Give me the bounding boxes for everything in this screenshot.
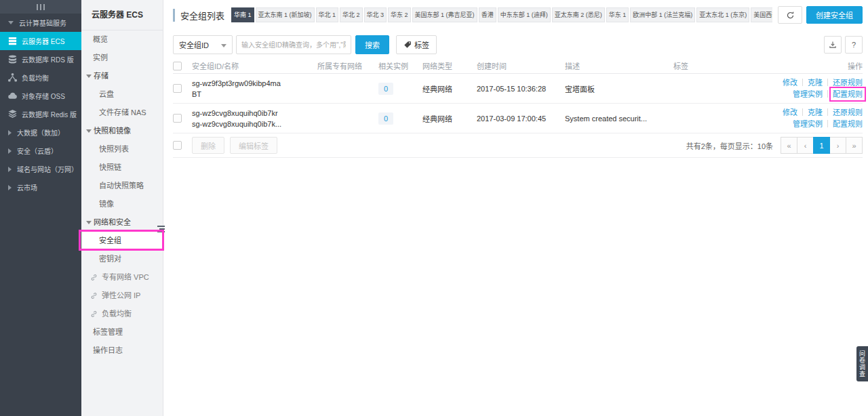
cell-network-type: 经典网络 bbox=[422, 83, 477, 94]
sidebar-item-disks[interactable]: 云盘 bbox=[81, 85, 163, 104]
region-tab-huabei-1[interactable]: 华北 1 bbox=[316, 7, 339, 22]
annotation-box-configure-rules: 配置规则 bbox=[833, 89, 863, 100]
restore-rules-link[interactable]: 还原规则 bbox=[833, 79, 863, 87]
security-group-id-wrap[interactable]: BT bbox=[192, 89, 317, 100]
configure-rules-link[interactable]: 配置规则 bbox=[833, 120, 863, 128]
sidebar-group-snapshots-images[interactable]: 快照和镜像 bbox=[81, 122, 163, 140]
chevron-down-icon bbox=[86, 75, 92, 78]
nav-group-bigdata[interactable]: 大数据（数加） bbox=[0, 123, 81, 142]
sidebar-item-operation-logs[interactable]: 操作日志 bbox=[81, 341, 163, 360]
pagination-first[interactable]: « bbox=[781, 137, 797, 154]
row-checkbox[interactable] bbox=[173, 84, 182, 93]
region-tab-virginia[interactable]: 美国东部 1 (弗吉尼亚) bbox=[412, 7, 477, 22]
nav-item-label: 云服务器 ECS bbox=[22, 36, 64, 46]
refresh-button[interactable] bbox=[778, 6, 802, 24]
region-tab-huadong-2[interactable]: 华东 2 bbox=[388, 7, 411, 22]
region-tab-silicon-valley[interactable]: 美国西部 1 (硅谷) bbox=[751, 7, 772, 22]
sidebar-group-storage[interactable]: 存储 bbox=[81, 67, 163, 85]
edit-tags-button[interactable]: 编辑标签 bbox=[230, 137, 277, 154]
server-icon bbox=[7, 36, 18, 47]
row-checkbox[interactable] bbox=[173, 114, 182, 123]
region-tab-tokyo[interactable]: 亚太东北 1 (东京) bbox=[696, 7, 749, 22]
sidebar-item-instances[interactable]: 实例 bbox=[81, 49, 163, 67]
primary-sidebar: 云计算基础服务 云服务器 ECS 云数据库 RDS 版 负载均衡 对象存储 OS… bbox=[0, 0, 81, 416]
configure-rules-link[interactable]: 配置规则 bbox=[833, 90, 863, 98]
modify-link[interactable]: 修改 bbox=[783, 79, 797, 87]
create-security-group-button[interactable]: 创建安全组 bbox=[806, 6, 863, 24]
nav-item-redis[interactable]: 云数据库 Redis 版 bbox=[0, 105, 81, 123]
sidebar-item-auto-snapshot-policy[interactable]: 自动快照策略 bbox=[81, 177, 163, 195]
sidebar-item-nas[interactable]: 文件存储 NAS bbox=[81, 104, 163, 122]
sidebar-group-network-security[interactable]: 网络和安全 bbox=[81, 213, 163, 232]
region-tab-huadong-1[interactable]: 华东 1 bbox=[606, 7, 629, 22]
pagination-last[interactable]: » bbox=[846, 137, 863, 154]
filter-field-value: 安全组ID bbox=[179, 39, 209, 50]
refresh-icon bbox=[786, 11, 795, 20]
column-header-instances: 相关实例 bbox=[378, 60, 422, 71]
sidebar-collapse-toggle[interactable] bbox=[0, 0, 81, 14]
related-instances-count[interactable]: 0 bbox=[378, 112, 393, 125]
secondary-sidebar-collapse-handle[interactable] bbox=[155, 224, 165, 233]
sidebar-item-key-pairs[interactable]: 密钥对 bbox=[81, 250, 163, 268]
delete-button[interactable]: 删除 bbox=[192, 137, 224, 154]
region-tab-frankfurt[interactable]: 欧洲中部 1 (法兰克福) bbox=[630, 7, 695, 22]
region-tab-hongkong[interactable]: 香港 bbox=[479, 7, 496, 22]
cell-created-time: 2017-05-15 10:36:28 bbox=[477, 85, 565, 93]
select-all-checkbox[interactable] bbox=[173, 62, 182, 70]
pagination-page-1[interactable]: 1 bbox=[813, 137, 830, 154]
nav-group-domains[interactable]: 域名与网站（万网） bbox=[0, 160, 81, 178]
export-button[interactable] bbox=[824, 36, 842, 54]
region-tab-huabei-3[interactable]: 华北 3 bbox=[364, 7, 387, 22]
sidebar-item-slb[interactable]: 负载均衡 bbox=[81, 305, 163, 323]
nav-item-slb[interactable]: 负载均衡 bbox=[0, 68, 81, 87]
toolbar-right: ? bbox=[824, 36, 863, 54]
security-group-name[interactable]: sg-wz9cvg8xuquihq0ib7k... bbox=[192, 119, 317, 129]
related-instances-count[interactable]: 0 bbox=[378, 83, 393, 95]
region-tab-singapore[interactable]: 亚太东南 1 (新加坡) bbox=[256, 7, 315, 22]
nav-group-cloud-basics[interactable]: 云计算基础服务 bbox=[0, 14, 81, 32]
nav-group-security[interactable]: 安全（云盾） bbox=[0, 142, 81, 160]
manage-instances-link[interactable]: 管理实例 bbox=[793, 120, 823, 128]
restore-rules-link[interactable]: 还原规则 bbox=[833, 108, 863, 117]
sidebar-item-vpc[interactable]: 专有网络 VPC bbox=[81, 268, 163, 287]
select-all-checkbox[interactable] bbox=[173, 141, 182, 150]
pagination-summary: 共有2条，每页显示：10条 bbox=[686, 140, 773, 151]
region-tab-dubai[interactable]: 中东东部 1 (迪拜) bbox=[498, 7, 551, 22]
modify-link[interactable]: 修改 bbox=[783, 108, 797, 117]
help-button[interactable]: ? bbox=[845, 36, 863, 54]
sidebar-item-images[interactable]: 镜像 bbox=[81, 195, 163, 213]
clone-link[interactable]: 克隆 bbox=[808, 79, 823, 87]
sidebar-item-security-groups[interactable]: 安全组 bbox=[81, 232, 163, 250]
nav-item-oss[interactable]: 对象存储 OSS bbox=[0, 87, 81, 105]
search-input[interactable] bbox=[236, 35, 351, 54]
secondary-sidebar-title: 云服务器 ECS bbox=[81, 0, 163, 30]
survey-feedback-tab[interactable]: 问卷调查 bbox=[856, 346, 868, 381]
region-tab-huanan-1[interactable]: 华南 1 bbox=[231, 7, 254, 22]
chevron-down-icon bbox=[86, 221, 92, 224]
search-button[interactable]: 搜索 bbox=[355, 35, 389, 54]
filter-field-select[interactable]: 安全组ID bbox=[173, 35, 233, 54]
chevron-right-icon bbox=[8, 167, 12, 172]
sidebar-item-eip[interactable]: 弹性公网 IP bbox=[81, 287, 163, 305]
pagination-next[interactable]: › bbox=[829, 137, 846, 154]
chevron-right-icon bbox=[8, 185, 12, 190]
region-tab-sydney[interactable]: 亚太东南 2 (悉尼) bbox=[552, 7, 605, 22]
security-group-id[interactable]: sg-wz9cvg8xuquihq0ib7kr bbox=[192, 108, 317, 119]
cell-description: System created securit... bbox=[565, 115, 673, 123]
sidebar-item-tag-management[interactable]: 标签管理 bbox=[81, 323, 163, 341]
security-group-id[interactable]: sg-wz9f3pt3rgw09kibp4ma bbox=[192, 78, 317, 89]
sidebar-item-snapshot-chain[interactable]: 快照链 bbox=[81, 159, 163, 177]
nav-group-label: 云计算基础服务 bbox=[19, 18, 66, 28]
sidebar-item-overview[interactable]: 概览 bbox=[81, 30, 163, 49]
tag-filter-button[interactable]: 标签 bbox=[396, 35, 437, 54]
nav-group-marketplace[interactable]: 云市场 bbox=[0, 178, 81, 196]
region-tab-huabei-2[interactable]: 华北 2 bbox=[340, 7, 363, 22]
sidebar-item-snapshot-list[interactable]: 快照列表 bbox=[81, 140, 163, 159]
manage-instances-link[interactable]: 管理实例 bbox=[793, 90, 823, 98]
clone-link[interactable]: 克隆 bbox=[808, 108, 823, 117]
nav-item-ecs[interactable]: 云服务器 ECS bbox=[0, 32, 81, 50]
column-header-network-type: 网络类型 bbox=[422, 60, 477, 71]
pagination-prev[interactable]: ‹ bbox=[797, 137, 814, 154]
nav-item-rds[interactable]: 云数据库 RDS 版 bbox=[0, 50, 81, 68]
cloud-icon bbox=[7, 91, 18, 102]
